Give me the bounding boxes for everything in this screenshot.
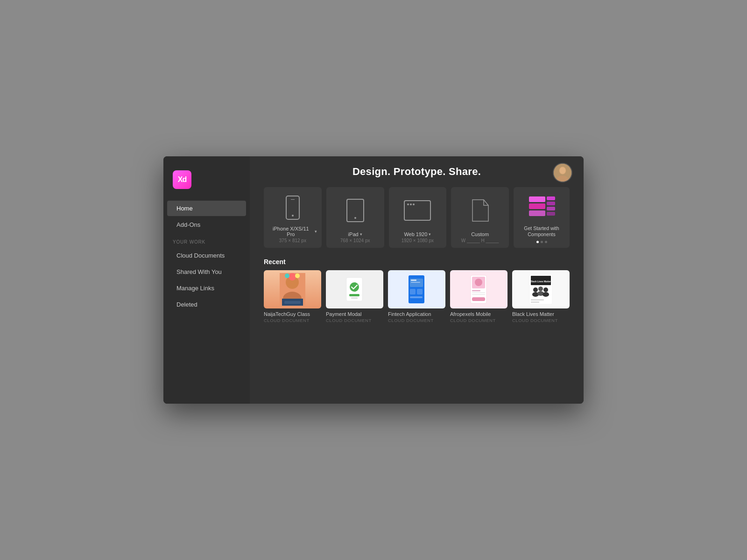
svg-rect-18: [284, 301, 301, 304]
ipad-dims: 768 × 1024 px: [340, 238, 370, 243]
recent-type-afropexels: CLOUD DOCUMENT: [450, 318, 507, 323]
ipad-name: iPad: [348, 231, 359, 237]
svg-text:Black Lives Matter: Black Lives Matter: [530, 280, 551, 283]
templates-section: iPhone X/XS/11 Pro ▾ 375 × 812 px iPad ▾: [250, 187, 584, 252]
web-dot-2: [410, 203, 412, 205]
iphone-name-row: iPhone X/XS/11 Pro ▾: [268, 226, 317, 237]
template-card-custom[interactable]: Custom W _____ H _____: [451, 187, 509, 248]
recent-name-fintech: Fintech Application: [388, 311, 445, 317]
web-dims: 1920 × 1080 px: [402, 238, 434, 243]
custom-name-row: Custom: [471, 231, 489, 237]
svg-rect-37: [472, 292, 485, 293]
svg-rect-27: [411, 280, 416, 281]
get-started-preview: [518, 192, 565, 223]
web-name: Web 1920: [404, 231, 427, 237]
ipad-preview: [331, 193, 380, 228]
recent-section: Recent: [250, 252, 584, 404]
header: Design. Prototype. Share.: [250, 156, 584, 187]
web-chevron: ▾: [429, 232, 431, 237]
svg-point-15: [285, 273, 289, 278]
svg-rect-29: [410, 289, 416, 294]
recent-card-afropexels[interactable]: Afropexels Mobile CLOUD DOCUMENT: [450, 270, 507, 323]
custom-preview: [456, 193, 504, 228]
svg-rect-10: [547, 212, 555, 216]
sidebar-item-deleted[interactable]: Deleted: [167, 297, 246, 312]
blm-thumbnail: Black Lives Matter: [528, 273, 554, 306]
svg-rect-9: [547, 207, 555, 210]
naija-thumbnail: [280, 273, 305, 306]
recent-thumb-blm: Black Lives Matter: [512, 270, 570, 308]
recent-card-fintech[interactable]: Fintech Application CLOUD DOCUMENT: [388, 270, 445, 323]
user-avatar[interactable]: [553, 163, 572, 182]
recent-name-afropexels: Afropexels Mobile: [450, 311, 507, 317]
web-preview: [394, 193, 442, 228]
recent-thumb-payment: [326, 270, 383, 308]
sidebar-item-shared-with-you[interactable]: Shared With You: [167, 264, 246, 280]
ipad-chevron: ▾: [360, 232, 362, 237]
svg-point-14: [289, 273, 296, 280]
template-card-ipad[interactable]: iPad ▾ 768 × 1024 px: [326, 187, 384, 248]
sidebar-item-home[interactable]: Home: [167, 201, 246, 216]
recent-type-fintech: CLOUD DOCUMENT: [388, 318, 445, 323]
sidebar: Xd Home Add-Ons YOUR WORK Cloud Document…: [163, 156, 250, 404]
recent-card-naija[interactable]: NaijaTechGuy Class CLOUD DOCUMENT: [264, 270, 321, 323]
recent-name-naija: NaijaTechGuy Class: [264, 311, 321, 317]
svg-point-48: [543, 287, 548, 292]
svg-point-46: [538, 287, 543, 291]
components-illustration: [525, 194, 558, 220]
svg-point-16: [295, 273, 300, 278]
recent-title: Recent: [264, 258, 570, 266]
carousel-dots: [536, 241, 547, 243]
recent-card-blm[interactable]: Black Lives Matter: [512, 270, 570, 323]
template-card-iphone[interactable]: iPhone X/XS/11 Pro ▾ 375 × 812 px: [264, 187, 322, 248]
svg-rect-5: [529, 203, 545, 209]
sidebar-nav: Home Add-Ons YOUR WORK Cloud Documents S…: [163, 200, 250, 313]
recent-type-naija: CLOUD DOCUMENT: [264, 318, 321, 323]
recent-type-payment: CLOUD DOCUMENT: [326, 318, 383, 323]
svg-rect-7: [547, 196, 555, 200]
phone-icon: [286, 196, 300, 220]
recent-card-payment[interactable]: Payment Modal CLOUD DOCUMENT: [326, 270, 383, 323]
template-card-web[interactable]: Web 1920 ▾ 1920 × 1080 px: [389, 187, 447, 248]
recent-thumb-naija: [264, 270, 321, 308]
ipad-home-button: [354, 217, 356, 219]
custom-doc-icon: [470, 199, 490, 222]
payment-thumbnail: [343, 273, 366, 306]
custom-name: Custom: [471, 231, 489, 237]
svg-rect-50: [531, 299, 544, 301]
carousel-dot-1: [536, 241, 539, 243]
svg-rect-39: [472, 297, 485, 301]
svg-rect-23: [351, 297, 358, 299]
custom-dims: W _____ H _____: [461, 238, 499, 243]
web-dot-1: [407, 203, 409, 205]
iphone-chevron: ▾: [315, 229, 317, 234]
svg-rect-36: [472, 290, 480, 291]
sidebar-item-cloud-documents[interactable]: Cloud Documents: [167, 248, 246, 263]
web-name-row: Web 1920 ▾: [404, 231, 431, 237]
carousel-dot-2: [541, 241, 543, 243]
recent-thumb-afropexels: [450, 270, 507, 308]
sidebar-item-addons[interactable]: Add-Ons: [167, 217, 246, 232]
svg-point-44: [533, 287, 538, 292]
your-work-label: YOUR WORK: [163, 233, 250, 247]
recent-name-payment: Payment Modal: [326, 311, 383, 317]
web-icon: [404, 200, 431, 221]
recent-name-blm: Black Lives Matter: [512, 311, 570, 317]
svg-rect-31: [410, 296, 423, 298]
get-started-card[interactable]: Get Started with Components: [514, 187, 570, 248]
recent-thumb-fintech: [388, 270, 445, 308]
afropexels-thumbnail: [467, 273, 490, 306]
web-dots: [405, 201, 430, 207]
sidebar-item-manage-links[interactable]: Manage Links: [167, 280, 246, 296]
fintech-thumbnail: [405, 273, 428, 306]
recent-grid: NaijaTechGuy Class CLOUD DOCUMENT: [264, 270, 570, 323]
web-dot-3: [413, 203, 415, 205]
svg-rect-51: [531, 301, 539, 303]
templates-row: iPhone X/XS/11 Pro ▾ 375 × 812 px iPad ▾: [264, 187, 570, 248]
iphone-dims: 375 × 812 px: [279, 238, 306, 243]
svg-rect-8: [547, 202, 555, 205]
svg-point-3: [560, 167, 566, 174]
svg-rect-4: [529, 196, 545, 202]
svg-point-49: [543, 292, 549, 297]
main-content: Design. Prototype. Share.: [250, 156, 584, 404]
